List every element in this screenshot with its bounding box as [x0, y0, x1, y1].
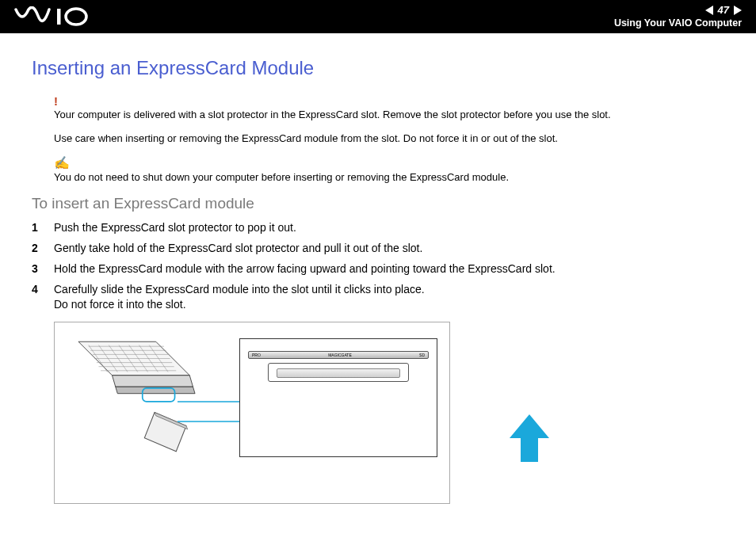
page-content: Inserting an ExpressCard Module ! Your c…: [0, 33, 756, 512]
slot-label-left: PRO: [252, 353, 261, 357]
step-text: Gently take hold of the ExpressCard slot…: [54, 241, 724, 256]
svg-rect-0: [57, 9, 61, 25]
header-bar: VAIO 47 Using Your VAIO Computer: [0, 0, 756, 33]
steps-list: 1Push the ExpressCard slot protector to …: [32, 220, 724, 311]
slot-closeup: PRO MAGICGATE SD: [239, 338, 437, 457]
warning-text-1: Your computer is delivered with a slot p…: [54, 108, 724, 122]
step-item: 1Push the ExpressCard slot protector to …: [32, 220, 724, 235]
insert-arrow-icon: [510, 414, 549, 462]
svg-point-1: [66, 9, 86, 25]
tip-text: You do not need to shut down your comput…: [54, 170, 724, 185]
step-item: 4Carefully slide the ExpressCard module …: [32, 282, 724, 312]
warning-text-2: Use care when inserting or removing the …: [54, 132, 724, 146]
step-text: Carefully slide the ExpressCard module i…: [54, 282, 724, 312]
warning-icon: !: [54, 93, 724, 109]
page-number: 47: [718, 4, 729, 17]
tip-block: ✍ You do not need to shut down your comp…: [54, 154, 724, 184]
step-item: 3Hold the ExpressCard module with the ar…: [32, 261, 724, 277]
slot-label-right: SD: [419, 353, 425, 357]
step-text: Hold the ExpressCard module with the arr…: [54, 261, 724, 277]
slot-label-center: MAGICGATE: [328, 353, 352, 357]
prev-page-arrow-icon[interactable]: [705, 6, 713, 15]
slot-label-bar: PRO MAGICGATE SD: [248, 351, 429, 359]
warning-block: ! Your computer is delivered with a slot…: [54, 93, 724, 145]
section-title: Using Your VAIO Computer: [614, 17, 742, 29]
tip-icon: ✍: [54, 154, 724, 172]
slot-opening: [268, 363, 409, 382]
page-title: Inserting an ExpressCard Module: [32, 57, 724, 79]
page-nav: 47: [614, 4, 742, 17]
step-item: 2Gently take hold of the ExpressCard slo…: [32, 241, 724, 256]
step-text: Push the ExpressCard slot protector to p…: [54, 220, 724, 235]
diagram-figure: ExpressCard insertion diagram: [54, 322, 450, 504]
vaio-logo: VAIO: [14, 6, 101, 27]
callout-connector: [178, 398, 241, 429]
next-page-arrow-icon[interactable]: [734, 6, 742, 15]
svg-marker-17: [113, 376, 193, 387]
header-right: 47 Using Your VAIO Computer: [614, 4, 742, 29]
procedure-heading: To insert an ExpressCard module: [32, 195, 724, 212]
